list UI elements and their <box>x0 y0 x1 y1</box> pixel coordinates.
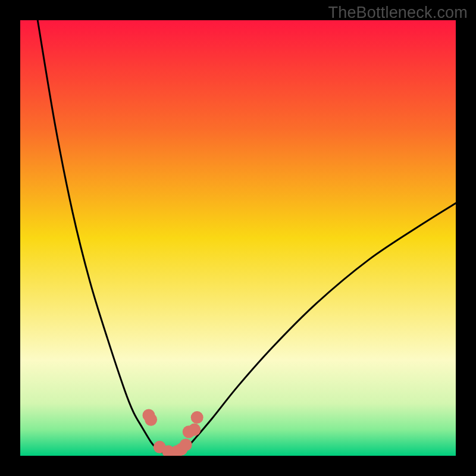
point <box>188 424 201 436</box>
plot-area <box>20 20 456 456</box>
point <box>180 439 192 451</box>
gradient-bg <box>20 20 456 456</box>
point <box>191 411 203 424</box>
point <box>145 414 157 426</box>
chart-frame: TheBottleneck.com <box>0 0 476 476</box>
chart-svg <box>20 20 456 456</box>
watermark-text: TheBottleneck.com <box>328 4 468 22</box>
